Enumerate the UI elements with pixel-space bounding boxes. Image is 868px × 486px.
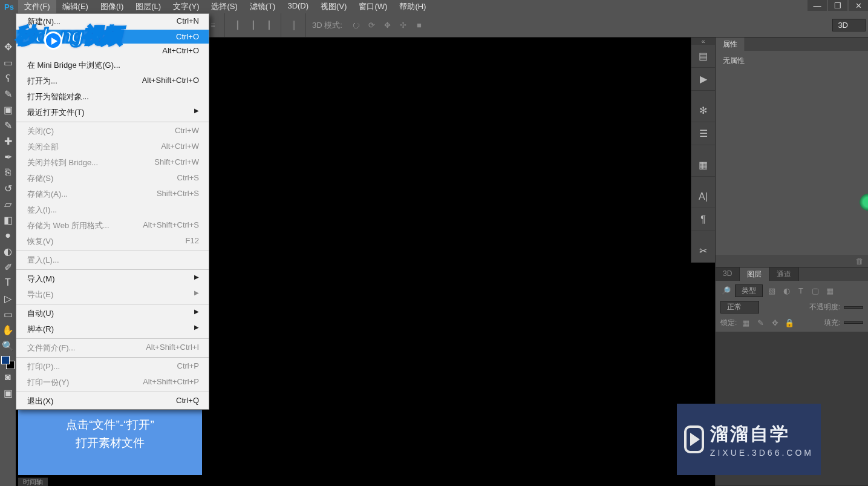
history-brush-tool[interactable]: ↺: [0, 180, 16, 196]
distribute-spacing-icon[interactable]: ║: [287, 19, 301, 32]
menu-文件(F)[interactable]: 文件(F): [18, 0, 56, 14]
tool-presets-icon[interactable]: ✂: [691, 240, 715, 263]
opacity-value[interactable]: [844, 306, 863, 309]
hand-tool[interactable]: ✋: [0, 322, 16, 338]
filter-adjust-icon[interactable]: ◐: [781, 286, 792, 297]
paragraph-panel-icon[interactable]: ¶: [691, 208, 715, 231]
properties-tab[interactable]: 属性: [716, 38, 745, 51]
gradient-tool[interactable]: ◧: [0, 212, 16, 228]
window-controls: — ❐ ✕: [806, 0, 868, 11]
menu-item: 置入(L)...: [16, 252, 209, 268]
menu-item[interactable]: 退出(X)Ctrl+Q: [16, 393, 209, 409]
menu-滤镜(T)[interactable]: 滤镜(T): [244, 0, 282, 14]
menu-item[interactable]: 在 Mini Bridge 中浏览(G)...: [16, 57, 209, 73]
distribute-horiz-icon[interactable]: ┃: [247, 19, 260, 32]
path-tool[interactable]: ▷: [0, 291, 16, 306]
app-logo: Ps: [2, 1, 16, 12]
filter-pixel-icon[interactable]: ▧: [766, 286, 777, 297]
pen-tool[interactable]: ✐: [0, 259, 16, 275]
eyedropper-tool[interactable]: ✎: [0, 117, 16, 133]
filter-shape-icon[interactable]: ▢: [810, 286, 821, 297]
filter-smart-icon[interactable]: ▦: [824, 286, 835, 297]
workspace-select[interactable]: 3D: [832, 19, 866, 31]
type-tool[interactable]: T: [0, 275, 16, 291]
tab-3d[interactable]: 3D: [716, 268, 740, 281]
menu-文字(Y)[interactable]: 文字(Y): [167, 0, 205, 14]
move-tool[interactable]: ✥: [0, 39, 16, 54]
menu-帮助(H)[interactable]: 帮助(H): [393, 0, 432, 14]
camera-3d-icon[interactable]: ■: [413, 19, 426, 32]
opacity-label: 不透明度:: [809, 302, 840, 312]
filter-type-select[interactable]: 类型: [735, 284, 763, 297]
screenmode-tool[interactable]: ▣: [0, 385, 16, 401]
video-logo-overlay: 秒dng视频: [16, 22, 121, 50]
menu-item[interactable]: 打开为智能对象...: [16, 89, 209, 105]
foreground-color[interactable]: [1, 356, 10, 364]
menu-item: 打印(P)...Ctrl+P: [16, 359, 209, 375]
menu-图层(L)[interactable]: 图层(L): [129, 0, 167, 14]
tip-line: 点击“文件”-“打开”: [28, 416, 192, 434]
stamp-tool[interactable]: ⎘: [0, 165, 16, 180]
zoom-tool[interactable]: 🔍: [0, 338, 16, 353]
tip-line: 打开素材文件: [28, 434, 192, 452]
menu-编辑(E)[interactable]: 编辑(E): [56, 0, 94, 14]
menu-选择(S)[interactable]: 选择(S): [205, 0, 243, 14]
mode-3d-label: 3D 模式:: [312, 20, 342, 31]
brush-panel-icon[interactable]: ☰: [691, 122, 715, 145]
fill-label: 填充:: [824, 318, 840, 328]
lock-paint-icon[interactable]: ✎: [755, 317, 766, 328]
menu-item[interactable]: 导入(M)▶: [16, 271, 209, 287]
minimize-button[interactable]: —: [808, 0, 827, 11]
panel-collapse-icon[interactable]: «: [691, 38, 715, 45]
brush-presets-icon[interactable]: ✻: [691, 99, 715, 122]
menu-item[interactable]: 自动(U)▶: [16, 306, 209, 321]
orbit-3d-icon[interactable]: ⭮: [350, 19, 363, 32]
slide-3d-icon[interactable]: ✢: [397, 19, 410, 32]
menu-3D(D)[interactable]: 3D(D): [281, 0, 315, 14]
menu-item[interactable]: 打开为...Alt+Shift+Ctrl+O: [16, 73, 209, 89]
healing-tool[interactable]: ✚: [0, 133, 16, 149]
restore-button[interactable]: ❐: [828, 0, 847, 11]
lock-trans-icon[interactable]: ▦: [740, 317, 751, 328]
menu-视图(V)[interactable]: 视图(V): [315, 0, 353, 14]
shape-tool[interactable]: ▭: [0, 306, 16, 322]
menu-窗口(W)[interactable]: 窗口(W): [353, 0, 393, 14]
wand-tool[interactable]: ✎: [0, 86, 16, 102]
menu-item: 文件简介(F)...Alt+Shift+Ctrl+I: [16, 340, 209, 356]
actions-panel-icon[interactable]: ▶: [691, 68, 715, 91]
lock-label: 锁定:: [720, 318, 737, 328]
lasso-tool[interactable]: ʕ: [0, 70, 16, 86]
fill-value[interactable]: [844, 321, 863, 324]
filter-search-icon[interactable]: 🔎: [720, 286, 731, 297]
blur-tool[interactable]: ●: [0, 228, 16, 243]
workspace-select-value: 3D: [838, 21, 848, 30]
brush-tool[interactable]: ✒: [0, 149, 16, 165]
quickmask-tool[interactable]: ◙: [0, 369, 16, 385]
distribute-horiz-icon[interactable]: ┃: [231, 19, 244, 32]
rotate-3d-icon[interactable]: ⟳: [365, 19, 379, 32]
trash-icon[interactable]: 🗑: [855, 257, 863, 266]
menu-item[interactable]: 最近打开文件(T)▶: [16, 105, 209, 120]
lock-all-icon[interactable]: 🔒: [784, 317, 795, 328]
marquee-tool[interactable]: ▭: [0, 54, 16, 70]
menu-item[interactable]: 脚本(R)▶: [16, 321, 209, 337]
blend-mode-select[interactable]: 正常: [720, 301, 759, 314]
dodge-tool[interactable]: ◐: [0, 243, 16, 259]
history-panel-icon[interactable]: ▤: [691, 45, 715, 68]
crop-tool[interactable]: ▣: [0, 102, 16, 117]
eraser-tool[interactable]: ▱: [0, 196, 16, 212]
tab-layers[interactable]: 图层: [740, 268, 769, 281]
brand-cn: 溜溜自学: [710, 422, 814, 447]
swatches-panel-icon[interactable]: ▦: [691, 154, 715, 177]
tab-channels[interactable]: 通道: [769, 268, 799, 281]
distribute-horiz-icon[interactable]: ┃: [263, 19, 276, 32]
menu-item: 恢复(V)F12: [16, 234, 209, 249]
color-swatch[interactable]: [1, 356, 15, 369]
character-panel-icon[interactable]: A|: [691, 185, 715, 208]
properties-body: 无属性: [716, 51, 868, 71]
menu-图像(I)[interactable]: 图像(I): [94, 0, 129, 14]
filter-text-icon[interactable]: T: [795, 286, 806, 297]
pan-3d-icon[interactable]: ✥: [381, 19, 394, 32]
lock-move-icon[interactable]: ✥: [769, 317, 780, 328]
close-button[interactable]: ✕: [849, 0, 868, 11]
